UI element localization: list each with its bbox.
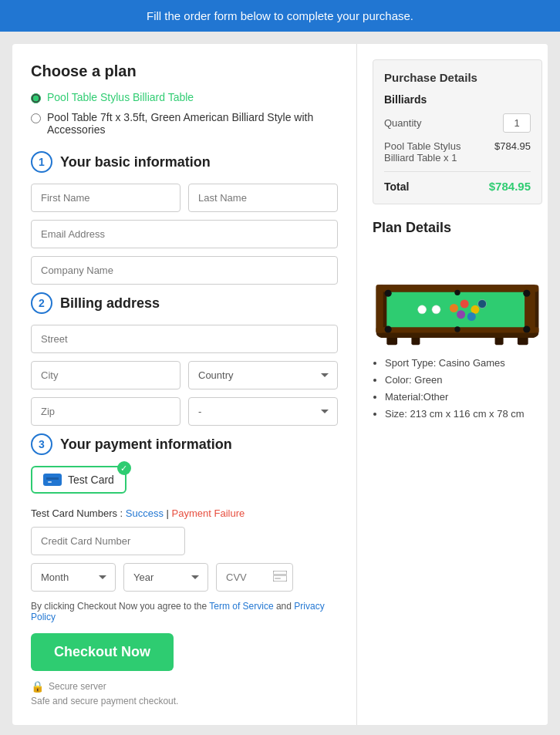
- svg-rect-12: [386, 292, 528, 330]
- city-input[interactable]: [31, 361, 180, 389]
- plan-spec-3: Material:Other: [385, 389, 542, 406]
- secure-sub: Safe and secure payment checkout.: [31, 696, 338, 706]
- svg-point-27: [457, 310, 465, 319]
- plan-spec-2: Color: Green: [385, 372, 542, 389]
- total-row: Total $784.95: [384, 180, 531, 193]
- purchase-details-title: Purchase Details: [384, 71, 531, 84]
- step1-circle: 1: [31, 151, 52, 173]
- svg-point-24: [460, 300, 469, 308]
- step2-title: Billing address: [60, 295, 160, 312]
- checkout-button[interactable]: Checkout Now: [31, 633, 174, 671]
- step3-title: Your payment information: [60, 437, 232, 453]
- step2-header: 2 Billing address: [31, 292, 338, 314]
- choose-plan-title: Choose a plan: [31, 62, 338, 80]
- cc-expiry-row: Month 01 02 03 04 05 06 07 08 09 10 11 1…: [31, 563, 338, 592]
- svg-rect-4: [273, 574, 287, 576]
- svg-rect-5: [275, 578, 281, 579]
- total-amount: $784.95: [489, 180, 531, 193]
- company-input[interactable]: [31, 256, 338, 285]
- svg-point-28: [450, 304, 458, 312]
- year-select[interactable]: Year 2024 2025 2026 2027: [123, 563, 208, 592]
- test-card-label: Test Card: [68, 474, 114, 486]
- email-input[interactable]: [31, 220, 338, 248]
- success-link[interactable]: Success: [126, 507, 167, 519]
- cc-row: [31, 527, 338, 555]
- step1-title: Your basic information: [60, 154, 211, 170]
- product-name: Pool Table Stylus Billiard Table x 1: [384, 140, 492, 164]
- right-panel: Purchase Details Billiards Quantity 1 Po…: [357, 44, 548, 725]
- svg-point-30: [418, 305, 427, 314]
- svg-point-22: [454, 326, 460, 332]
- svg-point-23: [432, 305, 440, 314]
- city-country-row: Country: [31, 361, 338, 389]
- month-select[interactable]: Month 01 02 03 04 05 06 07 08 09 10 11 1…: [31, 563, 116, 592]
- svg-point-20: [523, 325, 530, 332]
- card-icon: [43, 474, 62, 486]
- product-row: Pool Table Stylus Billiard Table x 1 $78…: [384, 140, 531, 172]
- plan-spec-4: Size: 213 cm x 116 cm x 78 cm: [385, 406, 542, 423]
- secure-label: Secure server: [49, 681, 106, 692]
- step3-header: 3 Your payment information: [31, 433, 338, 455]
- svg-rect-15: [376, 285, 383, 332]
- svg-rect-1: [46, 477, 59, 480]
- quantity-row: Quantity 1: [384, 113, 531, 133]
- plan-details-title: Plan Details: [373, 220, 542, 236]
- plan-option-1[interactable]: Pool Table Stylus Billiard Table: [31, 91, 338, 103]
- secure-info: 🔒 Secure server: [31, 680, 338, 693]
- product-price: $784.95: [494, 140, 531, 152]
- svg-point-29: [478, 300, 487, 308]
- terms-text: By clicking Checkout Now you agree to th…: [31, 601, 338, 622]
- payment-failure-link[interactable]: Payment Failure: [172, 507, 245, 519]
- lock-icon: 🔒: [31, 680, 44, 693]
- company-row: [31, 256, 338, 285]
- zip-row: -: [31, 397, 338, 426]
- purchase-details-box: Purchase Details Billiards Quantity 1 Po…: [373, 59, 542, 204]
- test-numbers-text: Test Card Numbers : Success | Payment Fa…: [31, 507, 338, 519]
- top-banner: Fill the order form below to complete yo…: [0, 0, 560, 32]
- step2-circle: 2: [31, 292, 52, 314]
- pool-table-image: [373, 245, 542, 346]
- plan-label-2: Pool Table 7ft x 3.5ft, Green American B…: [47, 111, 338, 136]
- street-row: [31, 325, 338, 353]
- state-select[interactable]: -: [188, 397, 338, 426]
- svg-point-19: [385, 325, 392, 332]
- plan-option-2[interactable]: Pool Table 7ft x 3.5ft, Green American B…: [31, 111, 338, 136]
- country-select[interactable]: Country: [188, 361, 338, 389]
- total-label: Total: [384, 180, 409, 193]
- banner-text: Fill the order form below to complete yo…: [147, 9, 413, 22]
- svg-point-18: [523, 290, 530, 297]
- svg-rect-2: [48, 481, 52, 483]
- tos-link[interactable]: Term of Service: [209, 601, 276, 612]
- step3-circle: 3: [31, 433, 52, 455]
- quantity-value: 1: [503, 113, 531, 133]
- plan-options: Pool Table Stylus Billiard Table Pool Ta…: [31, 91, 338, 136]
- svg-point-17: [385, 290, 392, 297]
- svg-point-21: [454, 290, 460, 295]
- cvv-wrapper: [216, 563, 293, 592]
- step1-header: 1 Your basic information: [31, 151, 338, 173]
- svg-point-26: [467, 312, 476, 321]
- zip-input[interactable]: [31, 397, 180, 426]
- test-card-button[interactable]: Test Card ✓: [31, 466, 127, 494]
- credit-card-input[interactable]: [31, 527, 185, 555]
- test-card-wrapper: Test Card ✓: [31, 466, 338, 500]
- email-row: [31, 220, 338, 248]
- first-name-input[interactable]: [31, 184, 180, 212]
- plan-radio-2[interactable]: [31, 113, 41, 123]
- plan-radio-1[interactable]: [31, 93, 41, 103]
- plan-spec-1: Sport Type: Casino Games: [385, 355, 542, 372]
- name-row: [31, 184, 338, 212]
- quantity-label: Quantity: [384, 117, 421, 129]
- billiards-label: Billiards: [384, 93, 531, 106]
- cvv-icon: [273, 571, 287, 585]
- street-input[interactable]: [31, 325, 338, 353]
- plan-details-list: Sport Type: Casino Games Color: Green Ma…: [373, 355, 542, 423]
- check-badge: ✓: [117, 461, 131, 475]
- plan-label-1: Pool Table Stylus Billiard Table: [47, 91, 194, 103]
- left-panel: Choose a plan Pool Table Stylus Billiard…: [12, 44, 357, 725]
- last-name-input[interactable]: [188, 184, 338, 212]
